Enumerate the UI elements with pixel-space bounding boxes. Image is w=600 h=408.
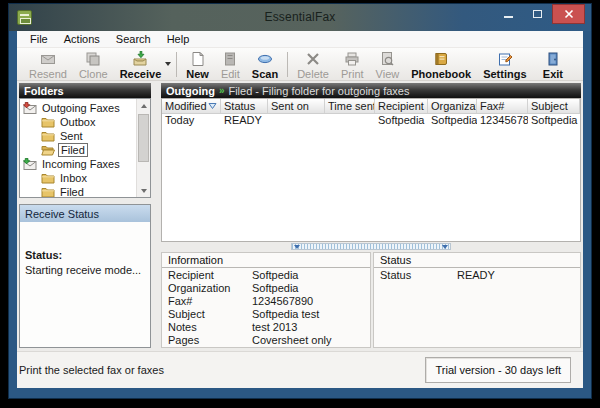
status-field: Status READY — [374, 268, 580, 281]
splitter-handle[interactable] — [291, 243, 451, 250]
folders-tree: Outgoing Faxes Outbox — [20, 99, 136, 197]
folders-header: Folders — [19, 83, 151, 98]
scan-button[interactable]: Scan — [246, 50, 284, 81]
status-panel: Status Status READY — [373, 252, 581, 348]
folder-icon — [41, 116, 55, 128]
fax-list-header: Modified Status Sent on Time sent Recipi… — [162, 99, 580, 114]
scrollbar-thumb[interactable] — [138, 114, 149, 162]
toolbar-separator — [287, 52, 288, 77]
breadcrumb-folder: Outgoing — [166, 85, 215, 97]
folders-scrollbar[interactable] — [136, 99, 150, 197]
delete-button: Delete — [291, 50, 335, 81]
information-panel: Information Recipient Softpedia Organiza… — [161, 252, 371, 348]
tree-item-sent[interactable]: Sent — [20, 129, 136, 143]
info-field-recipient: Recipient Softpedia — [162, 268, 370, 281]
delete-icon — [305, 51, 321, 67]
column-organization[interactable]: Organization — [428, 99, 477, 113]
resend-button: Resend — [23, 50, 73, 81]
toolbar-separator — [176, 52, 177, 77]
tree-item-filed-incoming[interactable]: Filed — [20, 185, 136, 197]
clone-button: Clone — [73, 50, 114, 81]
splitter — [161, 243, 581, 251]
column-fax[interactable]: Fax# — [477, 99, 528, 113]
exit-button[interactable]: Exit — [537, 50, 569, 81]
window-body: File Actions Search Help Resend Clone — [17, 31, 583, 388]
menu-file[interactable]: File — [22, 33, 56, 45]
receive-button[interactable]: Receive — [114, 50, 168, 81]
receive-dropdown-icon[interactable] — [165, 62, 171, 66]
info-field-organization: Organization Softpedia — [162, 281, 370, 294]
menubar: File Actions Search Help — [17, 31, 583, 48]
resend-icon — [40, 51, 56, 67]
receive-status-header: Receive Status — [20, 205, 150, 222]
tree-item-incoming-faxes[interactable]: Incoming Faxes — [20, 157, 136, 171]
scroll-down-icon[interactable] — [137, 184, 151, 197]
breadcrumb-detail: Filed - Filing folder for outgoing faxes — [228, 85, 409, 97]
folder-icon — [41, 130, 55, 142]
receive-status-label: Status: — [25, 249, 145, 261]
column-subject[interactable]: Subject — [528, 99, 580, 113]
breadcrumb: Outgoing » Filed - Filing folder for out… — [161, 83, 581, 98]
folder-icon — [41, 186, 55, 197]
app-window: EssentialFax File Actions Search Help Re — [8, 3, 592, 399]
folder-open-icon — [41, 144, 55, 156]
menu-search[interactable]: Search — [108, 33, 159, 45]
info-field-subject: Subject Softpedia test — [162, 307, 370, 320]
receive-icon — [132, 51, 148, 67]
outgoing-faxes-icon — [23, 102, 37, 114]
column-status[interactable]: Status — [221, 99, 268, 113]
collapse-icon — [442, 245, 448, 249]
fax-list: Modified Status Sent on Time sent Recipi… — [161, 98, 581, 242]
menu-actions[interactable]: Actions — [56, 33, 108, 45]
settings-icon — [497, 51, 513, 67]
information-header: Information — [162, 253, 370, 268]
clone-icon — [85, 51, 101, 67]
new-button[interactable]: New — [180, 50, 215, 81]
phonebook-button[interactable]: Phonebook — [405, 50, 477, 81]
window-title: EssentialFax — [9, 10, 591, 24]
column-sent-on[interactable]: Sent on — [268, 99, 325, 113]
statusbar: Print the selected fax or faxes Trial ve… — [17, 351, 583, 388]
settings-button[interactable]: Settings — [477, 50, 532, 81]
scrollbar-track[interactable] — [137, 112, 150, 184]
scan-icon — [257, 51, 273, 67]
view-button: View — [370, 50, 406, 81]
info-field-pages: Pages Coversheet only — [162, 333, 370, 346]
menu-help[interactable]: Help — [159, 33, 198, 45]
view-icon — [379, 51, 395, 67]
print-icon — [344, 51, 360, 67]
breadcrumb-separator-icon: » — [219, 85, 225, 96]
column-recipient[interactable]: Recipient — [375, 99, 428, 113]
phonebook-icon — [433, 51, 449, 67]
titlebar: EssentialFax — [9, 4, 591, 31]
edit-icon — [222, 51, 238, 67]
folders-panel: Folders Outgoing Faxes — [19, 83, 151, 198]
info-field-fax: Fax# 1234567890 — [162, 294, 370, 307]
folder-icon — [41, 172, 55, 184]
trial-version-badge: Trial version - 30 days left — [425, 357, 571, 383]
toolbar: Resend Clone Receive — [17, 48, 583, 81]
print-button: Print — [335, 50, 370, 81]
incoming-faxes-icon — [23, 158, 37, 170]
new-icon — [190, 51, 206, 67]
status-panel-header: Status — [374, 253, 580, 268]
collapse-icon — [294, 245, 300, 249]
table-row[interactable]: Today READY Softpedia Softpedia 12345678… — [162, 114, 580, 128]
scroll-up-icon[interactable] — [137, 99, 151, 112]
tree-item-outbox[interactable]: Outbox — [20, 115, 136, 129]
column-time-sent[interactable]: Time sent — [325, 99, 375, 113]
column-modified[interactable]: Modified — [162, 99, 221, 113]
tree-item-filed-outgoing[interactable]: Filed — [20, 143, 136, 157]
receive-status-panel: Receive Status Status: Starting receive … — [19, 204, 151, 348]
statusbar-message: Print the selected fax or faxes — [19, 364, 164, 376]
info-field-notes: Notes test 2013 — [162, 320, 370, 333]
edit-button: Edit — [215, 50, 246, 81]
tree-item-inbox[interactable]: Inbox — [20, 171, 136, 185]
receive-status-value: Starting receive mode... — [25, 264, 145, 276]
sort-descending-icon — [208, 102, 217, 110]
exit-icon — [545, 51, 561, 67]
tree-item-outgoing-faxes[interactable]: Outgoing Faxes — [20, 101, 136, 115]
